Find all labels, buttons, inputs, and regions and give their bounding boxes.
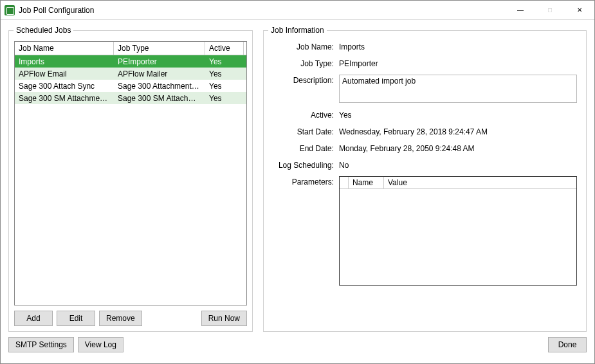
value-log-scheduling: No <box>339 159 577 170</box>
label-start-date: Start Date: <box>273 126 334 136</box>
cell-job-name: Sage 300 Attach Sync <box>15 80 114 92</box>
parameters-table[interactable]: Name Value <box>339 176 577 286</box>
value-job-type: PEImporter <box>339 58 577 68</box>
param-row-header-blank <box>340 177 349 188</box>
view-log-button[interactable]: View Log <box>78 337 124 352</box>
value-active: Yes <box>339 109 577 120</box>
label-description: Description: <box>273 75 334 103</box>
edit-button[interactable]: Edit <box>57 311 95 326</box>
cell-active: Yes <box>205 80 244 92</box>
scheduled-jobs-panel: Scheduled Jobs Job Name Job Type Active … <box>8 30 253 332</box>
cell-job-type: PEImporter <box>114 56 205 68</box>
window-buttons: — □ ✕ <box>506 1 594 19</box>
table-row[interactable]: APFlow EmailAPFlow MailerYes <box>15 68 246 80</box>
app-icon <box>5 5 15 15</box>
label-end-date: End Date: <box>273 143 334 153</box>
titlebar: Job Poll Configuration — □ ✕ <box>1 1 594 20</box>
cell-job-name: Imports <box>15 56 114 68</box>
close-button[interactable]: ✕ <box>565 1 594 19</box>
label-active: Active: <box>273 109 334 120</box>
param-col-value[interactable]: Value <box>384 177 576 188</box>
cell-job-name: APFlow Email <box>15 68 114 80</box>
jobs-grid[interactable]: Job Name Job Type Active ImportsPEImport… <box>14 41 247 305</box>
cell-job-name: Sage 300 SM Attachment Synch <box>15 93 114 104</box>
done-button[interactable]: Done <box>548 337 587 352</box>
cell-job-type: Sage 300 SM Attachment ... <box>114 93 205 104</box>
table-row[interactable]: Sage 300 SM Attachment SynchSage 300 SM … <box>15 92 246 104</box>
cell-active: Yes <box>205 93 244 104</box>
label-log-scheduling: Log Scheduling: <box>273 159 334 170</box>
run-now-button[interactable]: Run Now <box>201 311 247 326</box>
param-col-name[interactable]: Name <box>349 177 384 188</box>
bottom-bar: SMTP Settings View Log Done <box>1 332 594 358</box>
jobs-grid-header: Job Name Job Type Active <box>15 42 246 55</box>
job-information-legend: Job Information <box>268 26 327 35</box>
col-header-name[interactable]: Job Name <box>15 42 114 55</box>
col-header-active[interactable]: Active <box>205 42 244 55</box>
window-title: Job Poll Configuration <box>19 6 506 15</box>
cell-active: Yes <box>205 68 244 80</box>
minimize-button[interactable]: — <box>506 1 535 19</box>
maximize-button: □ <box>535 1 565 19</box>
cell-active: Yes <box>205 56 244 68</box>
scheduled-jobs-legend: Scheduled Jobs <box>14 26 73 35</box>
table-row[interactable]: ImportsPEImporterYes <box>15 55 246 68</box>
smtp-settings-button[interactable]: SMTP Settings <box>8 337 74 352</box>
job-information-panel: Job Information Job Name: Imports Job Ty… <box>263 30 587 332</box>
content-area: Scheduled Jobs Job Name Job Type Active … <box>1 20 594 332</box>
value-start-date: Wednesday, February 28, 2018 9:24:47 AM <box>339 126 577 136</box>
remove-button[interactable]: Remove <box>99 311 142 326</box>
description-textbox[interactable]: Automated import job <box>339 75 577 103</box>
cell-job-type: Sage 300 Attachment Sync <box>114 80 205 92</box>
table-row[interactable]: Sage 300 Attach SyncSage 300 Attachment … <box>15 80 246 92</box>
value-end-date: Monday, February 28, 2050 9:24:48 AM <box>339 143 577 153</box>
cell-job-type: APFlow Mailer <box>114 68 205 80</box>
value-job-name: Imports <box>339 41 577 51</box>
label-parameters: Parameters: <box>273 176 334 286</box>
add-button[interactable]: Add <box>14 311 53 326</box>
col-header-type[interactable]: Job Type <box>114 42 205 55</box>
label-job-type: Job Type: <box>273 58 334 68</box>
jobs-button-row: Add Edit Remove Run Now <box>14 311 247 326</box>
label-job-name: Job Name: <box>273 41 334 51</box>
